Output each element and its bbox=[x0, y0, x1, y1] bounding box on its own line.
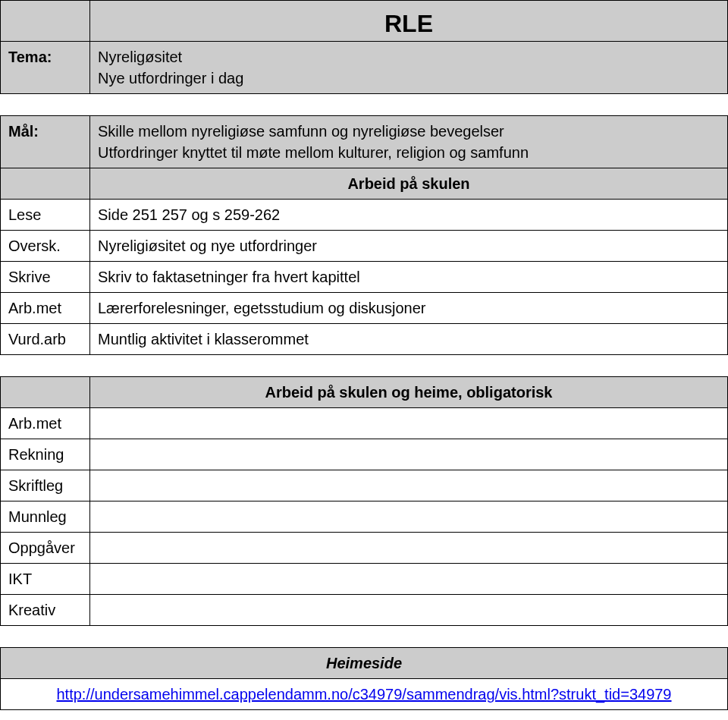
tema-value: Nyreligøsitet Nye utfordringer i dag bbox=[90, 41, 728, 93]
skrive-value: Skriv to faktasetninger fra hvert kapitt… bbox=[90, 261, 728, 292]
oppgaver-label: Oppgåver bbox=[1, 532, 90, 563]
arbmet1-value: Lærerforelesninger, egetsstudium og disk… bbox=[90, 292, 728, 323]
heimeside-link[interactable]: http://undersamehimmel.cappelendamm.no/c… bbox=[57, 686, 672, 703]
footer-heading-text: Heimeside bbox=[326, 655, 402, 671]
mal-line1: Skille mellom nyreligiøse samfunn og nyr… bbox=[98, 123, 504, 140]
section2-heading-blank bbox=[1, 376, 90, 407]
section1-table: Mål: Skille mellom nyreligiøse samfunn o… bbox=[0, 115, 728, 355]
munnleg-value bbox=[90, 501, 728, 532]
oversk-value: Nyreligiøsitet og nye utfordringer bbox=[90, 230, 728, 261]
munnleg-label: Munnleg bbox=[1, 501, 90, 532]
page-title: RLE bbox=[90, 1, 728, 42]
skriftleg-label: Skriftleg bbox=[1, 470, 90, 501]
rekning-value bbox=[90, 439, 728, 470]
section1-heading-blank bbox=[1, 168, 90, 199]
mal-line2: Utfordringer knyttet til møte mellom kul… bbox=[98, 144, 529, 161]
oppgaver-value bbox=[90, 532, 728, 563]
lese-value: Side 251 257 og s 259-262 bbox=[90, 199, 728, 230]
kreativ-value bbox=[90, 594, 728, 625]
tema-line1: Nyreligøsitet bbox=[98, 49, 182, 65]
kreativ-label: Kreativ bbox=[1, 594, 90, 625]
mal-value: Skille mellom nyreligiøse samfunn og nyr… bbox=[90, 115, 728, 168]
oversk-label: Oversk. bbox=[1, 230, 90, 261]
tema-line2: Nye utfordringer i dag bbox=[98, 70, 243, 86]
footer-table: Heimeside http://undersamehimmel.cappele… bbox=[0, 647, 728, 710]
arbmet1-label: Arb.met bbox=[1, 292, 90, 323]
ikt-label: IKT bbox=[1, 563, 90, 594]
skriftleg-value bbox=[90, 470, 728, 501]
skrive-label: Skrive bbox=[1, 261, 90, 292]
section2-heading: Arbeid på skulen og heime, obligatorisk bbox=[90, 376, 728, 407]
footer-link-cell: http://undersamehimmel.cappelendamm.no/c… bbox=[1, 678, 728, 709]
section1-heading: Arbeid på skulen bbox=[90, 168, 728, 199]
header-table: RLE Tema: Nyreligøsitet Nye utfordringer… bbox=[0, 0, 728, 94]
mal-label: Mål: bbox=[1, 115, 90, 168]
vurdarb-value: Muntlig aktivitet i klasserommet bbox=[90, 323, 728, 354]
arbmet2-label: Arb.met bbox=[1, 407, 90, 439]
section2-table: Arbeid på skulen og heime, obligatorisk … bbox=[0, 376, 728, 626]
rekning-label: Rekning bbox=[1, 439, 90, 470]
vurdarb-label: Vurd.arb bbox=[1, 323, 90, 354]
ikt-value bbox=[90, 563, 728, 594]
header-blank-left bbox=[1, 1, 90, 42]
tema-label: Tema: bbox=[1, 41, 90, 93]
footer-heading: Heimeside bbox=[1, 647, 728, 678]
arbmet2-value bbox=[90, 407, 728, 439]
lese-label: Lese bbox=[1, 199, 90, 230]
